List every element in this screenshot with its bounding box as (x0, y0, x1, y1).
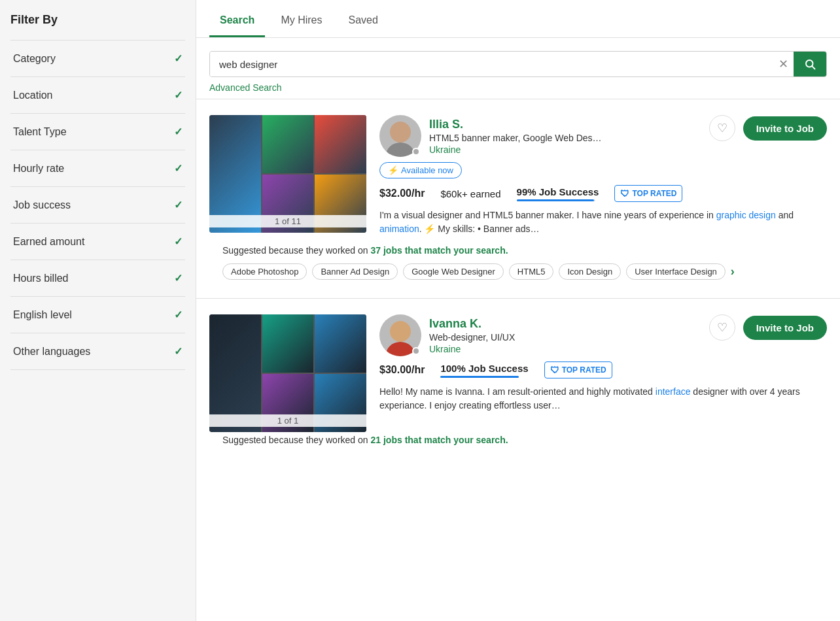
sidebar-title: Filter By (10, 13, 185, 27)
suggested-text: Suggested because they worked on 21 jobs… (209, 435, 827, 445)
filter-item-job-success[interactable]: Job success ✓ (10, 187, 185, 224)
filter-label-talent-type: Talent Type (13, 126, 67, 138)
invite-to-job-button[interactable]: Invite to Job (743, 116, 827, 141)
filter-item-other-languages[interactable]: Other languages ✓ (10, 333, 185, 370)
portfolio-cell (262, 314, 314, 373)
clear-search-button[interactable]: ✕ (773, 52, 794, 76)
chevron-down-icon-talent-type: ✓ (174, 126, 183, 138)
filter-list: Category ✓ Location ✓ Talent Type ✓ Hour… (10, 40, 185, 370)
filter-item-talent-type[interactable]: Talent Type ✓ (10, 114, 185, 150)
skills-row: Adobe PhotoshopBanner Ad DesignGoogle We… (209, 263, 827, 282)
suggested-jobs-link[interactable]: 37 jobs that match your search. (371, 245, 508, 256)
job-success-fill (517, 199, 595, 201)
chevron-down-icon-hours-billed: ✓ (174, 272, 183, 284)
shield-icon: 🛡 (550, 365, 559, 375)
svg-point-4 (390, 321, 411, 342)
available-badge: ⚡Available now (379, 162, 462, 178)
candidate-location: Ukraine (429, 344, 515, 354)
filter-item-location[interactable]: Location ✓ (10, 77, 185, 114)
card-inner: 1 of 11 Illia S. HTML5 banner maker, (209, 115, 827, 243)
candidate-card: 1 of 11 Illia S. HTML5 banner maker, (196, 99, 840, 298)
advanced-search-link[interactable]: Advanced Search (209, 82, 282, 93)
job-success-stat: 100% Job Success (440, 363, 528, 378)
search-input[interactable] (210, 52, 773, 76)
avatar-area: Illia S. HTML5 banner maker, Google Web … (379, 115, 602, 157)
avatar-status-dot (412, 347, 420, 355)
filter-item-hourly-rate[interactable]: Hourly rate ✓ (10, 150, 185, 187)
portfolio-cell (262, 115, 314, 173)
candidate-name[interactable]: Ivanna K. (429, 317, 515, 331)
svg-point-5 (386, 342, 415, 356)
stats-row: $32.00/hr $60k+ earned 99% Job Success 🛡… (379, 185, 827, 202)
save-candidate-button[interactable]: ♡ (709, 115, 735, 141)
job-success-stat: 99% Job Success (517, 186, 599, 201)
lightning-icon: ⚡ (388, 165, 398, 175)
candidate-title: HTML5 banner maker, Google Web Des… (429, 133, 602, 143)
filter-label-hourly-rate: Hourly rate (13, 163, 64, 175)
rate-stat: $30.00/hr (379, 364, 425, 376)
chevron-down-icon-earned-amount: ✓ (174, 235, 183, 248)
top-rated-badge: 🛡 TOP RATED (544, 361, 612, 378)
filter-label-category: Category (13, 53, 56, 65)
candidate-bio: I'm a visual designer and HTML5 banner m… (379, 209, 827, 236)
portfolio-page-count: 1 of 11 (209, 215, 366, 227)
skill-tag[interactable]: Adobe Photoshop (222, 263, 307, 280)
job-success-fill (440, 376, 519, 378)
filter-item-english-level[interactable]: English level ✓ (10, 297, 185, 333)
chevron-down-icon-location: ✓ (174, 89, 183, 101)
card-inner: 1 of 1 Ivanna K. Web-designer, UI/UX (209, 314, 827, 432)
chevron-down-icon-english-level: ✓ (174, 309, 183, 321)
suggested-jobs-link[interactable]: 21 jobs that match your search. (371, 435, 508, 445)
sidebar: Filter By Category ✓ Location ✓ Talent T… (0, 0, 196, 621)
earned-stat: $60k+ earned (440, 188, 500, 199)
card-details: Illia S. HTML5 banner maker, Google Web … (379, 115, 827, 243)
card-header: Ivanna K. Web-designer, UI/UX Ukraine ♡ … (379, 314, 827, 356)
search-icon (804, 58, 816, 70)
skill-tag[interactable]: Banner Ad Design (312, 263, 398, 280)
tab-search[interactable]: Search (209, 5, 265, 37)
save-candidate-button[interactable]: ♡ (709, 314, 735, 341)
stats-row: $30.00/hr 100% Job Success 🛡 TOP RATED (379, 361, 827, 378)
main-content: SearchMy HiresSaved ✕ Advanced Search (196, 0, 840, 621)
job-success-bar (517, 199, 595, 201)
card-actions: ♡ Invite to Job (709, 314, 827, 341)
portfolio-page-count: 1 of 1 (209, 414, 366, 427)
rate-stat: $32.00/hr (379, 188, 425, 199)
avatar-area: Ivanna K. Web-designer, UI/UX Ukraine (379, 314, 515, 356)
candidate-location: Ukraine (429, 144, 602, 155)
job-success-bar (440, 376, 519, 378)
card-header: Illia S. HTML5 banner maker, Google Web … (379, 115, 827, 157)
portfolio-preview[interactable]: 1 of 11 (209, 115, 366, 233)
svg-line-1 (812, 66, 814, 69)
skill-tag[interactable]: Icon Design (559, 263, 621, 280)
filter-label-hours-billed: Hours billed (13, 273, 68, 284)
candidate-bio: Hello! My name is Ivanna. I am result-or… (379, 385, 827, 412)
more-skills-button[interactable]: › (731, 265, 735, 278)
filter-label-earned-amount: Earned amount (13, 236, 84, 248)
tab-my-hires[interactable]: My Hires (270, 5, 332, 37)
portfolio-cell (315, 115, 366, 173)
filter-label-english-level: English level (13, 309, 72, 321)
svg-point-3 (386, 143, 415, 157)
invite-to-job-button[interactable]: Invite to Job (743, 316, 827, 340)
avatar-wrap (379, 115, 421, 157)
candidate-name[interactable]: Illia S. (429, 118, 602, 131)
tabs: SearchMy HiresSaved (196, 5, 840, 38)
tab-saved[interactable]: Saved (338, 5, 388, 37)
portfolio-preview[interactable]: 1 of 1 (209, 314, 366, 432)
search-bar: ✕ (209, 51, 827, 77)
chevron-down-icon-other-languages: ✓ (174, 345, 183, 358)
skill-tag[interactable]: User Interface Design (626, 263, 726, 280)
filter-item-category[interactable]: Category ✓ (10, 40, 185, 77)
avatar-status-dot (412, 148, 420, 156)
candidate-title: Web-designer, UI/UX (429, 332, 515, 343)
filter-item-earned-amount[interactable]: Earned amount ✓ (10, 224, 185, 260)
svg-point-2 (390, 122, 411, 143)
skill-tag[interactable]: HTML5 (509, 263, 554, 280)
candidates-list: 1 of 11 Illia S. HTML5 banner maker, (196, 99, 840, 621)
portfolio-cell (315, 314, 366, 373)
filter-item-hours-billed[interactable]: Hours billed ✓ (10, 260, 185, 297)
search-button[interactable] (794, 52, 826, 76)
filter-label-location: Location (13, 90, 53, 101)
skill-tag[interactable]: Google Web Designer (403, 263, 504, 280)
